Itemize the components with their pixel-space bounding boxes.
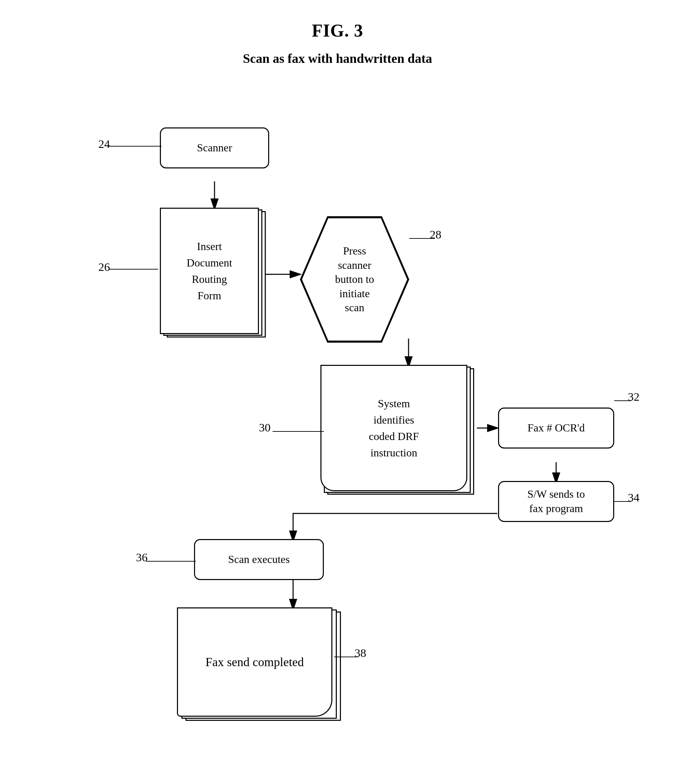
fax-send-completed-label: Fax send completed bbox=[206, 653, 304, 670]
fax-ocr-node: Fax # OCR'd bbox=[498, 408, 614, 448]
scan-executes-label: Scan executes bbox=[228, 552, 290, 567]
scan-executes-node: Scan executes bbox=[194, 539, 324, 580]
sw-sends-node: S/W sends tofax program bbox=[498, 481, 614, 522]
system-identifies-label: Systemidentifiescoded DRFinstruction bbox=[369, 395, 419, 461]
insert-doc-label: InsertDocumentRoutingForm bbox=[187, 238, 232, 304]
insert-doc-id: 26 bbox=[98, 261, 110, 274]
label36-line bbox=[146, 556, 198, 566]
sw-sends-id: 34 bbox=[628, 491, 639, 504]
page: FIG. 3 Scan as fax with handwritten data bbox=[0, 0, 675, 784]
label26-line bbox=[109, 264, 163, 274]
diagram-area: Scanner 24 InsertDocumentRoutingForm 26 bbox=[47, 93, 628, 776]
scan-executes-id: 36 bbox=[136, 551, 148, 564]
label24-line bbox=[109, 141, 163, 151]
fax-send-completed-id: 38 bbox=[355, 647, 366, 660]
label30-line bbox=[272, 426, 325, 437]
press-scanner-node: Pressscannerbutton toinitiatescan bbox=[300, 216, 409, 343]
scanner-label: Scanner bbox=[197, 141, 232, 155]
figure-subtitle: Scan as fax with handwritten data bbox=[27, 51, 648, 66]
scanner-node: Scanner bbox=[160, 128, 269, 168]
fax-ocr-id: 32 bbox=[628, 390, 639, 403]
fax-ocr-label: Fax # OCR'd bbox=[527, 421, 585, 435]
press-scanner-id: 28 bbox=[430, 228, 441, 241]
system-identifies-id: 30 bbox=[259, 421, 271, 434]
figure-title: FIG. 3 bbox=[27, 20, 648, 40]
sw-sends-label: S/W sends tofax program bbox=[527, 487, 585, 515]
insert-doc-node: InsertDocumentRoutingForm bbox=[160, 208, 266, 341]
fax-send-completed-node: Fax send completed bbox=[177, 607, 344, 730]
system-identifies-node: Systemidentifiescoded DRFinstruction bbox=[320, 365, 477, 501]
scanner-id: 24 bbox=[98, 138, 110, 151]
press-scanner-label: Pressscannerbutton toinitiatescan bbox=[335, 244, 375, 315]
